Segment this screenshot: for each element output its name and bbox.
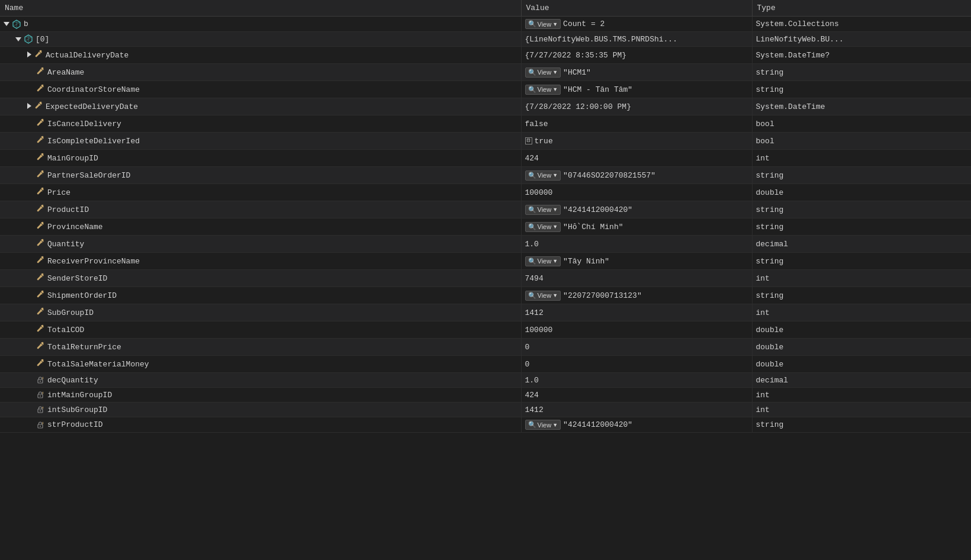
svg-point-17 xyxy=(40,426,41,427)
table-row[interactable]: Quantity1.0decimal xyxy=(0,236,971,253)
variable-name: [0] xyxy=(36,35,49,44)
variable-type: string xyxy=(752,201,971,218)
variable-type: bool xyxy=(752,115,971,133)
view-button[interactable]: 🔍 View ▼ xyxy=(525,170,561,181)
variable-type: string xyxy=(752,64,971,81)
lock-wrench-icon xyxy=(36,420,45,430)
table-row[interactable]: b🔍 View ▼Count = 2System.Collections xyxy=(0,17,971,32)
view-button[interactable]: 🔍 View ▼ xyxy=(525,67,561,78)
svg-line-9 xyxy=(28,37,32,40)
table-row[interactable]: IsCancelDeliveryfalsebool xyxy=(0,115,971,133)
variable-name: ProductID xyxy=(47,205,89,214)
table-row[interactable]: strProductID🔍 View ▼"4241412000420"strin… xyxy=(0,417,971,433)
wrench-icon xyxy=(36,341,45,353)
variable-value: Count = 2 xyxy=(563,20,605,28)
view-button[interactable]: 🔍 View ▼ xyxy=(525,205,561,215)
variable-name: IsCancelDelivery xyxy=(47,120,121,128)
wrench-icon xyxy=(36,272,45,284)
table-row[interactable]: AreaName🔍 View ▼"HCM1"string xyxy=(0,64,971,81)
view-button[interactable]: 🔍 View ▼ xyxy=(525,222,561,232)
table-row[interactable]: ProductID🔍 View ▼"4241412000420"string xyxy=(0,201,971,218)
variable-type: decimal xyxy=(752,373,971,388)
table-row[interactable]: SenderStoreID7494int xyxy=(0,270,971,287)
table-row[interactable]: TotalCOD100000double xyxy=(0,321,971,339)
collapse-icon[interactable] xyxy=(15,35,21,44)
variable-name: Quantity xyxy=(47,240,84,249)
expand-icon[interactable] xyxy=(27,102,31,111)
variable-name: intSubGroupID xyxy=(47,405,107,414)
svg-point-15 xyxy=(40,410,41,411)
cube-icon xyxy=(12,20,21,29)
table-row[interactable]: intMainGroupID424int xyxy=(0,388,971,403)
wrench-icon xyxy=(36,66,45,78)
variable-value: true xyxy=(535,137,553,146)
variable-value: 7494 xyxy=(525,274,544,283)
variable-value: 424 xyxy=(525,391,539,400)
variable-type: bool xyxy=(752,133,971,150)
table-row[interactable]: ExpectedDeliveryDate{7/28/2022 12:00:00 … xyxy=(0,98,971,115)
variable-value: {7/27/2022 8:35:35 PM} xyxy=(525,51,627,60)
variable-type: string xyxy=(752,287,971,304)
table-row[interactable]: CoordinatorStoreName🔍 View ▼"HCM - Tân T… xyxy=(0,81,971,98)
col-header-value: Value xyxy=(521,0,752,17)
collapse-icon[interactable] xyxy=(4,20,9,28)
variable-value: 424 xyxy=(525,154,539,163)
variable-type: double xyxy=(752,339,971,356)
variable-value: "Hồ Chí Minh" xyxy=(563,222,623,231)
table-row[interactable]: ReceiverProvinceName🔍 View ▼"Tây Ninh"st… xyxy=(0,253,971,270)
table-row[interactable]: IsCompleteDeliverIed⊟truebool xyxy=(0,133,971,150)
table-row[interactable]: decQuantity1.0decimal xyxy=(0,373,971,388)
table-row[interactable]: [0]{LineNofityWeb.BUS.TMS.PNRDShi...Line… xyxy=(0,32,971,47)
variable-name: TotalReturnPrice xyxy=(47,343,121,352)
table-row[interactable]: TotalSaleMaterialMoney0double xyxy=(0,356,971,373)
variable-name: TotalCOD xyxy=(47,326,84,334)
variable-value: "HCM - Tân Tâm" xyxy=(563,85,632,94)
col-header-type: Type xyxy=(752,0,971,17)
table-row[interactable]: ActualDeliveryDate{7/27/2022 8:35:35 PM}… xyxy=(0,47,971,64)
wrench-icon xyxy=(36,204,45,215)
variable-type: LineNofityWeb.BU... xyxy=(752,32,971,47)
view-button[interactable]: 🔍 View ▼ xyxy=(525,256,561,266)
table-row[interactable]: PartnerSaleOrderID🔍 View ▼"07446SO220708… xyxy=(0,167,971,184)
view-button[interactable]: 🔍 View ▼ xyxy=(525,19,561,29)
variable-type: string xyxy=(752,218,971,236)
variable-name: intMainGroupID xyxy=(47,391,112,400)
wrench-icon xyxy=(36,118,45,130)
variable-name: Price xyxy=(47,188,70,197)
variable-value: 1.0 xyxy=(525,376,539,385)
expand-icon[interactable] xyxy=(27,51,31,60)
variable-value: 100000 xyxy=(525,188,553,197)
wrench-icon xyxy=(36,307,45,318)
debugger-watch-panel: Name Value Type b🔍 View ▼Count = 2System… xyxy=(0,0,971,560)
table-row[interactable]: ShipmentOrderID🔍 View ▼"220727000713123"… xyxy=(0,287,971,304)
variable-name: ProvinceName xyxy=(47,223,103,231)
variable-type: double xyxy=(752,356,971,373)
view-button[interactable]: 🔍 View ▼ xyxy=(525,85,561,95)
variable-type: System.DateTime xyxy=(752,98,971,115)
variable-name: SenderStoreID xyxy=(47,274,107,283)
cube-icon xyxy=(24,34,33,44)
table-row[interactable]: ProvinceName🔍 View ▼"Hồ Chí Minh"string xyxy=(0,218,971,236)
variable-value: "Tây Ninh" xyxy=(563,257,609,266)
variable-name: b xyxy=(24,20,28,28)
table-row[interactable]: MainGroupID424int xyxy=(0,150,971,167)
table-row[interactable]: Price100000double xyxy=(0,184,971,201)
variable-type: int xyxy=(752,270,971,287)
variable-name: PartnerSaleOrderID xyxy=(47,171,130,180)
variable-name: ShipmentOrderID xyxy=(47,291,117,300)
svg-line-8 xyxy=(25,39,28,41)
variable-type: System.Collections xyxy=(752,17,971,32)
view-button[interactable]: 🔍 View ▼ xyxy=(525,291,561,301)
variable-type: int xyxy=(752,304,971,321)
wrench-icon xyxy=(36,135,45,147)
table-row[interactable]: TotalReturnPrice0double xyxy=(0,339,971,356)
value-expand-icon[interactable]: ⊟ xyxy=(525,137,532,144)
wrench-icon xyxy=(36,169,45,181)
table-row[interactable]: SubGroupID1412int xyxy=(0,304,971,321)
variable-value: "07446SO22070821557" xyxy=(563,171,655,180)
variable-name: decQuantity xyxy=(47,376,98,385)
wrench-icon xyxy=(34,101,43,112)
view-button[interactable]: 🔍 View ▼ xyxy=(525,420,561,430)
table-row[interactable]: intSubGroupID1412int xyxy=(0,403,971,417)
wrench-icon xyxy=(36,186,45,198)
